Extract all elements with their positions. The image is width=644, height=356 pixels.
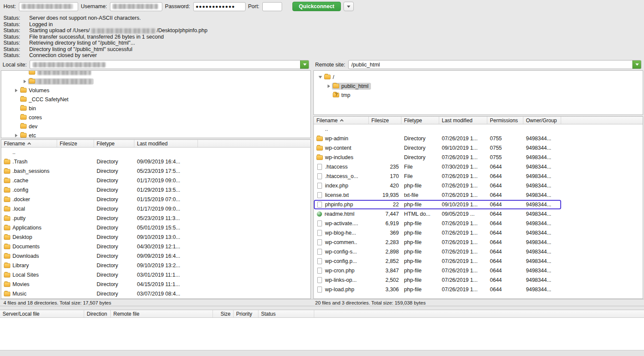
file-row[interactable]: DocumentsDirectory04/30/2019 12:1... xyxy=(1,242,310,251)
file-row[interactable]: phpinfo.php22php-file09/10/2019 1...0644… xyxy=(314,200,643,209)
column-header-filesize[interactable]: Filesize xyxy=(369,117,401,124)
tree-item[interactable]: dev xyxy=(1,122,310,131)
filesize-cell: 7,447 xyxy=(369,209,401,219)
file-icon xyxy=(317,220,322,226)
tree-item[interactable]: public_html xyxy=(314,81,643,91)
owner-group-cell: 9498344... xyxy=(523,256,561,266)
column-header-filename[interactable]: Filename xyxy=(314,117,369,124)
file-row[interactable]: index.php420php-file07/26/2019 1...06449… xyxy=(314,181,643,190)
column-header-status[interactable]: Status xyxy=(258,310,314,317)
filename-cell: wp-admin xyxy=(314,134,369,143)
file-row[interactable]: MusicDirectory03/07/2019 08:4... xyxy=(1,289,310,299)
file-row[interactable]: ApplicationsDirectory05/01/2019 15:5... xyxy=(1,223,310,232)
filename-cell: Desktop xyxy=(1,232,57,242)
filetype-cell: Directory xyxy=(94,176,134,185)
tree-item[interactable]: bin xyxy=(1,104,310,113)
last-modified-cell: 04/15/2019 11:1... xyxy=(134,280,198,289)
filename-cell: .Trash xyxy=(1,157,57,166)
local-list-header: FilenameFilesizeFiletypeLast modified xyxy=(1,140,310,148)
filename-text: wp-content xyxy=(325,145,351,151)
file-row[interactable]: wp-config.p...2,852php-file07/26/2019 1.… xyxy=(314,256,643,266)
tree-item[interactable]: tmp xyxy=(314,91,643,100)
file-row[interactable]: wp-activate....6,919php-file07/26/2019 1… xyxy=(314,219,643,228)
file-row[interactable]: wp-contentDirectory09/10/2019 1...075594… xyxy=(314,143,643,153)
filetype-cell: Directory xyxy=(94,289,134,299)
filetype-cell xyxy=(401,124,439,134)
file-row[interactable]: .htaccess235File07/30/2019 1...064494983… xyxy=(314,162,643,172)
file-row[interactable]: DesktopDirectory09/10/2019 13:0... xyxy=(1,232,310,242)
file-row[interactable]: wp-blog-he...369php-file07/26/2019 1...0… xyxy=(314,228,643,238)
column-header-remote-file[interactable]: Remote file xyxy=(111,310,213,317)
column-header-direction[interactable]: Direction xyxy=(84,310,111,317)
file-row[interactable]: .. xyxy=(1,148,310,157)
tree-item-label: bin xyxy=(29,106,36,112)
column-header-filename[interactable]: Filename xyxy=(1,140,57,147)
tree-item[interactable]: / xyxy=(314,72,643,81)
filename-text: wp-admin xyxy=(325,136,348,142)
owner-group-cell: 9498344... xyxy=(523,247,561,256)
tree-item[interactable]: Volumes xyxy=(1,86,310,95)
local-pane: Local site: Volumes_CCC SafetyNetbincore… xyxy=(1,59,311,299)
column-header-last-modified[interactable]: Last modified xyxy=(439,117,487,124)
column-header-priority[interactable]: Priority xyxy=(234,310,258,317)
tree-item[interactable]: _CCC SafetyNet xyxy=(1,95,310,104)
sort-ascending-icon xyxy=(340,119,343,122)
local-status-text: 4 files and 18 directories. Total size: … xyxy=(0,300,312,305)
quickconnect-dropdown-button[interactable] xyxy=(343,2,354,11)
permissions-cell: 0644 xyxy=(487,275,523,285)
redacted-text xyxy=(21,4,73,9)
file-icon xyxy=(317,287,322,293)
tree-item[interactable]: etc xyxy=(1,131,310,138)
column-header-size[interactable]: Size xyxy=(213,310,234,317)
filesize-cell: 369 xyxy=(369,228,401,238)
file-row[interactable]: .bash_sessionsDirectory05/23/2019 17:5..… xyxy=(1,166,310,176)
host-input[interactable] xyxy=(19,2,78,11)
tree-item[interactable] xyxy=(1,77,310,86)
file-row[interactable]: wp-includesDirectory07/26/2019 1...07559… xyxy=(314,153,643,162)
column-header-permissions[interactable]: Permissions xyxy=(487,117,523,124)
quickconnect-button[interactable]: Quickconnect xyxy=(292,2,341,11)
last-modified-cell: 09/10/2019 13:2... xyxy=(134,261,198,270)
file-row[interactable]: .htaccess_o...170File07/26/2019 1...0644… xyxy=(314,172,643,181)
file-row[interactable]: Local SitesDirectory03/01/2019 11:1... xyxy=(1,270,310,280)
file-row[interactable]: wp-adminDirectory07/26/2019 1...07559498… xyxy=(314,134,643,143)
last-modified-cell: 09/09/2019 16:4... xyxy=(134,251,198,261)
local-site-dropdown-button[interactable] xyxy=(300,60,309,69)
local-list-rows: ...TrashDirectory09/09/2019 16:4....bash… xyxy=(1,148,310,299)
file-row[interactable]: wp-links-op...2,502php-file07/26/2019 1.… xyxy=(314,275,643,285)
column-header-owner-group[interactable]: Owner/Group xyxy=(523,117,561,124)
file-row[interactable]: MoviesDirectory04/15/2019 11:1... xyxy=(1,280,310,289)
file-row[interactable]: .cacheDirectory01/17/2019 09:0... xyxy=(1,176,310,185)
file-row[interactable]: wp-commen..2,283php-file07/26/2019 1...0… xyxy=(314,238,643,247)
file-row[interactable]: .TrashDirectory09/09/2019 16:4... xyxy=(1,157,310,166)
file-row[interactable]: .. xyxy=(314,124,643,134)
tree-item[interactable]: cores xyxy=(1,113,310,122)
file-row[interactable]: .dockerDirectory01/15/2019 07:0... xyxy=(1,195,310,204)
remote-site-dropdown-button[interactable] xyxy=(632,60,641,69)
local-site-combobox[interactable] xyxy=(30,60,309,69)
tree-item[interactable] xyxy=(1,70,310,77)
file-row[interactable]: .configDirectory01/29/2019 13:5... xyxy=(1,185,310,195)
password-input[interactable]: ●●●●●●●●●●●● xyxy=(193,2,246,11)
file-row[interactable]: wp-load.php3,306php-file07/26/2019 1...0… xyxy=(314,285,643,294)
status-line: Status:Starting upload of /Users//Deskto… xyxy=(3,27,644,34)
port-input[interactable] xyxy=(262,2,282,11)
column-header-filesize[interactable]: Filesize xyxy=(57,140,94,147)
file-row[interactable]: license.txt19,935txt-file07/26/2019 1...… xyxy=(314,190,643,200)
column-header-filetype[interactable]: Filetype xyxy=(401,117,439,124)
file-row[interactable]: wp-cron.php3,847php-file07/26/2019 1...0… xyxy=(314,266,643,275)
filename-cell: Library xyxy=(1,261,57,270)
file-row[interactable]: DownloadsDirectory09/09/2019 16:4... xyxy=(1,251,310,261)
file-row[interactable]: readme.html7,447HTML do...09/05/2019 ...… xyxy=(314,209,643,219)
username-input[interactable] xyxy=(110,2,162,11)
column-header-last-modified[interactable]: Last modified xyxy=(134,140,198,147)
file-row[interactable]: LibraryDirectory09/10/2019 13:2... xyxy=(1,261,310,270)
remote-site-combobox[interactable]: /public_html xyxy=(348,60,641,69)
permissions-cell: 0644 xyxy=(487,256,523,266)
column-header-filetype[interactable]: Filetype xyxy=(94,140,134,147)
file-row[interactable]: wp-config-s...2,898php-file07/26/2019 1.… xyxy=(314,247,643,256)
column-header-server-local-file[interactable]: Server/Local file xyxy=(0,310,84,317)
status-prefix: Status: xyxy=(3,52,29,59)
file-row[interactable]: .localDirectory01/17/2019 09:0... xyxy=(1,204,310,214)
file-row[interactable]: .puttyDirectory05/23/2019 11:3... xyxy=(1,214,310,223)
